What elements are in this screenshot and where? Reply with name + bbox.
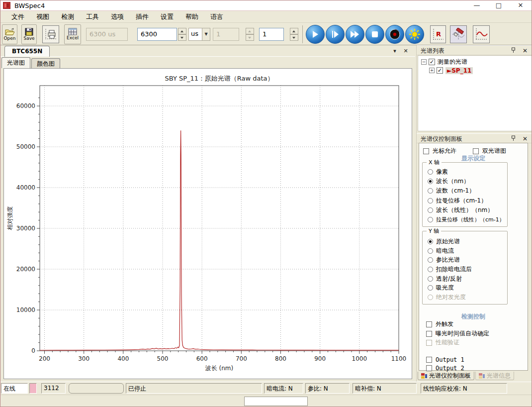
radio-selected-icon[interactable] bbox=[428, 239, 433, 244]
tab-close-icon[interactable]: ✕ bbox=[401, 47, 410, 55]
excel-export-button[interactable]: Excel bbox=[64, 24, 81, 44]
menu-view[interactable]: 视图 bbox=[30, 11, 55, 22]
acquire-single-button[interactable] bbox=[326, 25, 345, 44]
output2-checkbox[interactable]: Output 2 bbox=[426, 365, 464, 372]
x-option-wavenumber[interactable]: 波数（cm-1） bbox=[428, 187, 475, 195]
erase-spectrum-button[interactable] bbox=[450, 25, 467, 43]
expand-icon[interactable]: + bbox=[429, 68, 435, 73]
average-count-input[interactable] bbox=[259, 28, 284, 41]
x-option-wavelength[interactable]: 波长（nm） bbox=[428, 177, 469, 186]
acquire-fast-button[interactable] bbox=[346, 25, 364, 44]
status-code: 3112 bbox=[41, 383, 66, 394]
radio-icon[interactable] bbox=[428, 188, 433, 194]
reference-light-button[interactable] bbox=[405, 25, 424, 44]
menu-help[interactable]: 帮助 bbox=[179, 11, 204, 22]
tab-btc655n[interactable]: BTC655N bbox=[4, 46, 50, 57]
checkbox-icon[interactable] bbox=[426, 321, 432, 327]
panel-close-icon[interactable]: ✕ bbox=[521, 135, 529, 142]
status-bar-secondary bbox=[0, 395, 532, 407]
x-option-raman-linear[interactable]: 拉曼位移（线性）（cm-1） bbox=[428, 216, 505, 223]
y-option-reference[interactable]: 参比光谱 bbox=[428, 256, 460, 264]
y-option-raw[interactable]: 原始光谱 bbox=[428, 237, 460, 246]
x-option-raman-shift[interactable]: 拉曼位移（cm-1） bbox=[428, 197, 487, 205]
y-option-dark-subtracted[interactable]: 扣除暗电流后 bbox=[428, 265, 472, 274]
radio-icon[interactable] bbox=[428, 207, 433, 213]
average-spinner[interactable] bbox=[290, 28, 298, 41]
window-title: BWSpec4 bbox=[14, 2, 45, 9]
x-option-pixel[interactable]: 像素 bbox=[428, 168, 448, 176]
menu-settings[interactable]: 设置 bbox=[155, 11, 179, 22]
tab-spectrum-info[interactable]: 光谱信息 bbox=[475, 372, 514, 380]
root-checkbox[interactable]: ✓ bbox=[429, 59, 435, 65]
radio-icon[interactable] bbox=[428, 198, 433, 204]
title-bar: BWSpec4 — □ ✕ bbox=[0, 0, 532, 11]
radio-icon[interactable] bbox=[428, 257, 433, 263]
radio-icon[interactable] bbox=[428, 267, 433, 272]
radio-selected-icon[interactable] bbox=[428, 179, 433, 184]
item-checkbox[interactable]: ✓ bbox=[437, 67, 443, 74]
radio-icon[interactable] bbox=[428, 248, 433, 254]
tree-item-row[interactable]: + ✓ ►SP_11 bbox=[429, 66, 473, 75]
open-button[interactable]: Open bbox=[2, 24, 17, 44]
save-button[interactable]: Save bbox=[21, 24, 37, 44]
tab-list-caret-icon[interactable]: ▾ bbox=[390, 47, 399, 55]
status-linearity: 线性响应校准: N bbox=[421, 383, 507, 394]
spectrum-chart-area[interactable]: SBY SP_11 : 原始光谱（Raw data）20030040050060… bbox=[3, 68, 412, 379]
tab-control-panel[interactable]: 光谱仪控制面板 bbox=[418, 372, 474, 380]
exposure-time-input[interactable] bbox=[137, 28, 177, 41]
dropdown-arrow-icon[interactable]: ▼ bbox=[202, 28, 210, 40]
time-unit-dropdown[interactable]: us ▼ bbox=[188, 28, 210, 41]
minimize-button[interactable]: — bbox=[466, 0, 488, 11]
close-button[interactable]: ✕ bbox=[510, 0, 532, 11]
tab-color-view[interactable]: 颜色图 bbox=[31, 58, 60, 68]
menu-plugins[interactable]: 插件 bbox=[130, 11, 155, 22]
auto-exposure-checkbox[interactable]: 曝光时间值自动确定 bbox=[426, 329, 489, 338]
pin-icon[interactable] bbox=[509, 47, 517, 54]
checkbox-icon[interactable] bbox=[473, 148, 479, 154]
radio-disabled-icon bbox=[428, 295, 433, 300]
y-option-dark[interactable]: 暗电流 bbox=[428, 247, 454, 255]
svg-text:200: 200 bbox=[39, 355, 50, 362]
external-trigger-checkbox[interactable]: 外触发 bbox=[426, 320, 453, 328]
checkbox-icon[interactable] bbox=[426, 331, 432, 337]
tab-spectrum-view[interactable]: 光谱图 bbox=[1, 57, 30, 68]
stop-button[interactable] bbox=[365, 25, 384, 44]
dark-current-button[interactable] bbox=[385, 25, 404, 44]
menu-language[interactable]: 语言 bbox=[204, 11, 229, 22]
tree-root-row[interactable]: − ✓ 测量的光谱 bbox=[421, 58, 467, 66]
radio-icon[interactable] bbox=[428, 169, 433, 175]
spectrum-plot[interactable]: SBY SP_11 : 原始光谱（Raw data）20030040050060… bbox=[4, 69, 412, 379]
checkbox-icon[interactable] bbox=[423, 148, 429, 154]
radio-icon[interactable] bbox=[428, 276, 433, 282]
menu-file[interactable]: 文件 bbox=[5, 11, 30, 22]
radio-icon[interactable] bbox=[428, 285, 433, 291]
print-plot-button[interactable] bbox=[42, 25, 59, 43]
collapse-icon[interactable]: − bbox=[421, 59, 427, 65]
status-extra-field bbox=[244, 397, 308, 406]
pin-icon[interactable] bbox=[509, 135, 517, 142]
panel-close-icon[interactable]: ✕ bbox=[521, 47, 529, 54]
acquire-continuous-button[interactable] bbox=[306, 25, 325, 44]
y-option-absorbance[interactable]: 吸光度 bbox=[428, 284, 454, 292]
curve-view-button[interactable] bbox=[473, 25, 490, 43]
exposure-spinner[interactable] bbox=[178, 28, 186, 41]
status-progress-field bbox=[69, 383, 124, 394]
raman-r-icon: R bbox=[432, 28, 444, 41]
menu-tools[interactable]: 工具 bbox=[80, 11, 105, 22]
checkbox-icon[interactable] bbox=[426, 357, 432, 363]
menu-options[interactable]: 选项 bbox=[105, 11, 130, 22]
radio-icon[interactable] bbox=[428, 217, 433, 222]
svg-text:波长 (nm): 波长 (nm) bbox=[205, 365, 233, 372]
printer-icon bbox=[44, 28, 57, 41]
maximize-button[interactable]: □ bbox=[488, 0, 510, 11]
menu-detect[interactable]: 检测 bbox=[55, 11, 80, 22]
x-option-wavelength-linear[interactable]: 波长（线性）（nm） bbox=[428, 206, 493, 214]
tree-item-sp11[interactable]: ►SP_11 bbox=[445, 67, 473, 74]
raman-axis-button[interactable]: R bbox=[430, 25, 446, 43]
output1-checkbox[interactable]: Output 1 bbox=[426, 356, 464, 363]
svg-text:700: 700 bbox=[236, 355, 247, 362]
checkbox-icon[interactable] bbox=[426, 365, 432, 371]
y-option-transmission[interactable]: 透射/反射 bbox=[428, 275, 462, 283]
tree-root-label[interactable]: 测量的光谱 bbox=[438, 58, 467, 66]
y-option-absolute-luminance: 绝对发光度 bbox=[428, 293, 466, 302]
